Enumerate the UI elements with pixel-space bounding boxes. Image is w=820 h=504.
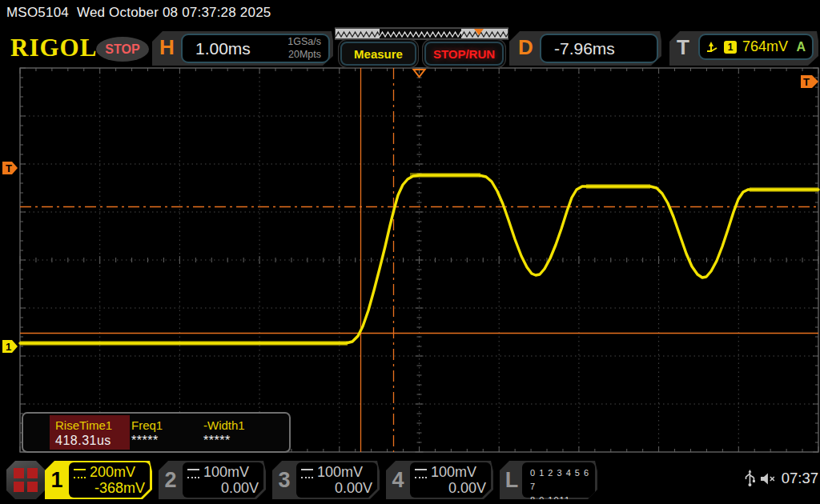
channel-offset: 0.00V <box>187 480 259 497</box>
channel4-tab[interactable]: 4 100mV 0.00V <box>386 461 493 499</box>
channel-offset: -368mV <box>74 480 145 497</box>
rising-edge-icon <box>706 41 718 53</box>
channel-settings: 100mV 0.00V <box>296 462 377 498</box>
status-area: 07:37 <box>745 468 818 489</box>
trigger-level-value: 764mV <box>742 38 788 55</box>
measurement-results-panel[interactable]: RiseTime1 418.31us Freq1 ***** -Width1 *… <box>22 412 291 453</box>
trigger-box[interactable]: 1 764mV A <box>698 34 814 60</box>
titlebar: MSO5104Wed October 08 07:37:28 2025 <box>6 5 279 21</box>
horizontal-panel[interactable]: H 1.00ms 1GSa/s 20Mpts <box>152 31 333 66</box>
trigger-label: T <box>677 35 689 60</box>
logic-row: 0 1 2 3 4 5 6 7 <box>530 466 595 494</box>
channel-settings: 100mV 0.00V <box>183 462 263 498</box>
datetime: Wed October 08 07:37:28 2025 <box>77 5 271 20</box>
channel-settings: 100mV 0.00V <box>410 462 491 498</box>
measurement-value: ***** <box>203 434 231 448</box>
channel-scale: 200mV <box>90 464 135 481</box>
dc-coupling-icon <box>415 469 427 478</box>
channel2-tab[interactable]: 2 100mV 0.00V <box>159 461 266 499</box>
dc-coupling-icon <box>187 469 199 478</box>
sample-rate: 1GSa/s <box>287 36 321 49</box>
channel-offset: 0.00V <box>415 480 486 497</box>
delay-value: -7.96ms <box>554 39 615 58</box>
measurement-label[interactable]: -Width1 <box>203 418 245 432</box>
usb-icon <box>745 470 755 487</box>
delay-label: D <box>518 35 533 60</box>
memory-depth: 20Mpts <box>287 49 321 62</box>
trigger-mode: A <box>796 40 806 54</box>
delay-panel[interactable]: D -7.96ms <box>509 31 661 66</box>
measurement-label[interactable]: Freq1 <box>131 418 163 432</box>
channel-scale: 100mV <box>203 464 249 481</box>
grid-menu-icon <box>14 468 38 492</box>
measure-button[interactable]: Measure <box>340 42 416 66</box>
stop-run-button[interactable]: STOP/RUN <box>424 42 504 66</box>
channel1-tab[interactable]: 1 200mV -368mV <box>45 461 152 499</box>
trigger-panel[interactable]: T 1 764mV A <box>669 31 818 66</box>
logic-channels-tab[interactable]: L 0 1 2 3 4 5 6 7 8 9 1011 12131415 <box>500 461 597 499</box>
logic-channel-list: 0 1 2 3 4 5 6 7 8 9 1011 12131415 <box>522 462 595 498</box>
trigger-source-badge: 1 <box>724 41 737 54</box>
graticule <box>20 68 818 452</box>
dc-coupling-icon <box>301 469 313 478</box>
svg-text:1: 1 <box>6 341 11 353</box>
horizontal-label: H <box>159 35 175 60</box>
oscilloscope-screen: MSO5104Wed October 08 07:37:28 2025 RIGO… <box>0 0 820 504</box>
channel-offset: 0.00V <box>301 480 372 497</box>
channel-scale: 100mV <box>317 464 363 481</box>
run-state-badge[interactable]: STOP <box>96 37 149 62</box>
measurement-label[interactable]: RiseTime1 <box>55 418 112 432</box>
trigger-and-channel-markers[interactable]: T1T <box>2 70 818 353</box>
speaker-muted-icon[interactable] <box>760 472 777 486</box>
measurement-value: 418.31us <box>55 434 111 448</box>
acquisition-info: 1GSa/s 20Mpts <box>287 36 321 61</box>
timebase-box[interactable]: 1.00ms 1GSa/s 20Mpts <box>181 34 330 63</box>
measurement-value: ***** <box>131 434 159 448</box>
waveform-position-bar[interactable] <box>335 27 508 40</box>
svg-text:T: T <box>6 162 12 174</box>
timebase-value: 1.00ms <box>195 39 251 58</box>
rigol-logo: RIGOL <box>10 34 97 62</box>
delay-box[interactable]: -7.96ms <box>540 34 658 63</box>
channel-scale: 100mV <box>431 464 476 481</box>
clock: 07:37 <box>782 470 818 487</box>
channel3-tab[interactable]: 3 100mV 0.00V <box>272 461 380 499</box>
dc-coupling-icon <box>74 469 86 478</box>
quick-menu-button[interactable] <box>6 461 45 499</box>
channel-settings: 200mV -368mV <box>69 462 150 498</box>
model-name: MSO5104 <box>6 5 69 20</box>
svg-text:T: T <box>803 76 810 88</box>
